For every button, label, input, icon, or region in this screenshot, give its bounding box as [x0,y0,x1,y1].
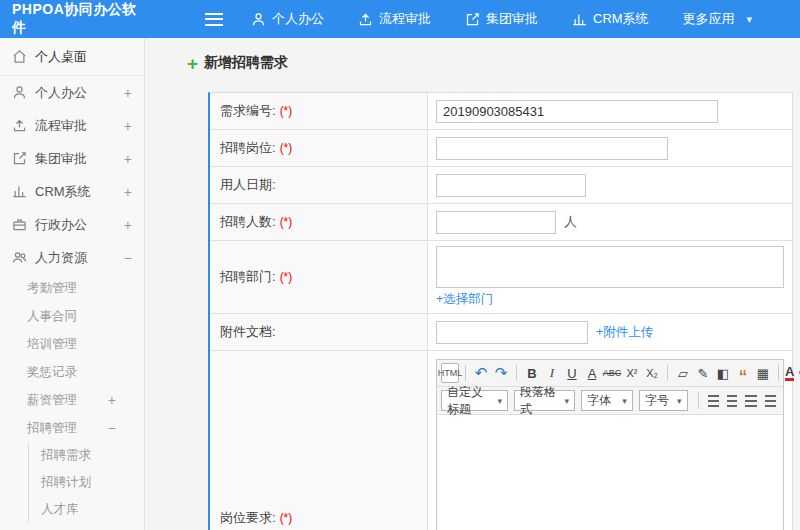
sidebar-item-rewards[interactable]: 奖惩记录 [0,358,144,386]
select-value: 字号 [645,392,669,409]
hire-date-input[interactable] [436,174,586,197]
sidebar-item-label: 培训管理 [27,336,116,353]
sidebar-item-recruit-demand[interactable]: 招聘需求 [29,442,144,469]
align-center-icon[interactable] [727,395,737,407]
undo-icon[interactable]: ↶ [472,363,490,383]
sidebar-item-label: 招聘计划 [41,474,91,491]
required-mark: (*) [280,141,293,155]
required-mark: (*) [280,511,293,525]
format-brush-icon[interactable]: ✎ [694,363,712,383]
expand-icon[interactable]: + [124,217,132,233]
sidebar-item-salary[interactable]: 薪资管理 + [0,386,144,414]
user-icon [12,85,27,100]
sidebar-item-training[interactable]: 培训管理 [0,330,144,358]
expand-icon[interactable]: + [124,118,132,134]
nav-personal-office[interactable]: 个人办公 [251,10,324,28]
select-department-link[interactable]: +选择部门 [436,291,493,308]
collapse-icon[interactable]: − [124,250,132,266]
department-textarea[interactable] [436,246,784,288]
caret-down-icon: ▾ [498,396,503,406]
italic-button[interactable]: I [543,363,561,383]
nav-group-approval[interactable]: 集团审批 [465,10,538,28]
form-row-headcount: 招聘人数: (*) 人 [210,204,792,241]
caret-down-icon: ▾ [622,396,627,406]
chart-icon [12,184,27,199]
highlight-icon[interactable]: ◧ [714,363,732,383]
sidebar-item-human-resources[interactable]: 人力资源 − [0,241,144,274]
toolbar-separator [778,365,779,381]
font-size-select[interactable]: 字号 ▾ [639,390,688,411]
sidebar-item-crm[interactable]: CRM系统 + [0,175,144,208]
expand-icon[interactable]: + [108,392,116,408]
redo-icon[interactable]: ↷ [492,363,510,383]
font-color-button[interactable]: A ▾ [785,363,800,383]
toolbar-separator [698,393,699,409]
recruitment-submenu: 招聘需求 招聘计划 人才库 [28,442,144,523]
user-icon [251,12,266,27]
sidebar-item-label: 流程审批 [35,117,124,135]
office-icon [12,217,27,232]
sidebar-item-personal-office[interactable]: 个人办公 + [0,76,144,109]
field-label: 招聘人数: [220,213,276,231]
expand-icon[interactable]: + [124,151,132,167]
field-label: 需求编号: [220,102,276,120]
sidebar-item-label: 个人办公 [35,84,124,102]
field-label: 招聘部门: [220,268,276,286]
font-style-a-button[interactable]: A [583,363,601,383]
nav-label: 个人办公 [272,10,324,28]
nav-label: 集团审批 [486,10,538,28]
hamburger-menu-icon[interactable] [205,13,223,26]
nav-crm-system[interactable]: CRM系统 [572,10,649,28]
edit-icon [465,12,480,27]
sidebar-item-hr-contract[interactable]: 人事合同 [0,302,144,330]
job-title-input[interactable] [436,137,668,160]
sidebar-item-label: 奖惩记录 [27,364,116,381]
blockquote-icon[interactable]: “ [734,363,752,383]
select-value: 字体 [587,392,611,409]
form-row-demand-number: 需求编号: (*) [210,93,792,130]
headcount-input[interactable] [436,211,556,234]
home-icon [12,49,27,64]
sidebar-item-group-approval[interactable]: 集团审批 + [0,142,144,175]
nav-workflow-approval[interactable]: 流程审批 [358,10,431,28]
sidebar-item-workflow-approval[interactable]: 流程审批 + [0,109,144,142]
nav-more-apps[interactable]: 更多应用 [683,10,735,28]
bold-button[interactable]: B [523,363,541,383]
html-source-button[interactable]: HTML [441,363,459,383]
align-left-icon[interactable] [708,395,719,407]
caret-down-icon[interactable]: ▾ [747,13,753,26]
job-requirements-editor-area[interactable] [437,415,783,530]
flow-icon [12,118,27,133]
collapse-icon[interactable]: − [108,420,116,436]
superscript-button[interactable]: X² [623,363,641,383]
underline-button[interactable]: U [563,363,581,383]
attachment-input[interactable] [436,321,588,344]
sidebar-item-attendance[interactable]: 考勤管理 [0,274,144,302]
expand-icon[interactable]: + [124,85,132,101]
chart-icon [572,12,587,27]
table-icon[interactable]: ▦ [754,363,772,383]
align-justify-icon[interactable] [765,395,776,407]
form-row-job-title: 招聘岗位: (*) [210,130,792,167]
sidebar-item-recruit-plan[interactable]: 招聘计划 [29,469,144,496]
sidebar-item-label: 薪资管理 [27,392,108,409]
align-right-icon[interactable] [745,395,756,407]
sidebar-item-talent-pool[interactable]: 人才库 [29,496,144,523]
app-logo: PHPOA协同办公软件 [0,1,145,37]
subscript-button[interactable]: X₂ [643,363,661,383]
edit-icon [12,151,27,166]
expand-icon[interactable]: + [124,184,132,200]
remove-format-icon[interactable]: ▱ [674,363,692,383]
sidebar-item-desktop[interactable]: 个人桌面 [0,38,144,76]
toolbar-separator [465,365,466,381]
custom-heading-select[interactable]: 自定义标题 ▾ [441,390,508,411]
sidebar-item-recruitment[interactable]: 招聘管理 − [0,414,144,442]
font-family-select[interactable]: 字体 ▾ [581,390,633,411]
strikethrough-button[interactable]: ABC [603,363,621,383]
recruitment-demand-form: 需求编号: (*) 招聘岗位: (*) 用人日期: [208,92,793,530]
attachment-upload-link[interactable]: +附件上传 [596,324,653,341]
sidebar-item-admin-office[interactable]: 行政办公 + [0,208,144,241]
sidebar-item-label: 集团审批 [35,150,124,168]
demand-number-input[interactable] [436,100,718,123]
paragraph-format-select[interactable]: 段落格式 ▾ [514,390,575,411]
